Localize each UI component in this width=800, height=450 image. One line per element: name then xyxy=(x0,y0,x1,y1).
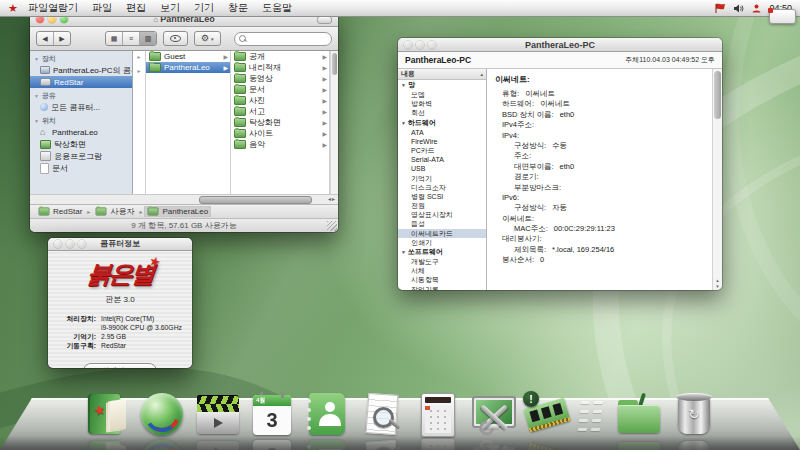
address-book-icon[interactable] xyxy=(304,391,350,437)
file-row[interactable]: Guest▶ xyxy=(146,51,230,62)
back-button[interactable]: ◀ xyxy=(37,32,54,45)
file-row[interactable]: 서고▶ xyxy=(231,106,329,117)
user-icon[interactable] xyxy=(752,4,761,13)
tree-item[interactable]: 전원 xyxy=(398,201,486,210)
tree-item[interactable]: 개발도구 xyxy=(398,257,486,266)
zoom-button[interactable] xyxy=(428,41,436,49)
scrollbar-thumb[interactable] xyxy=(714,71,721,119)
file-row[interactable]: 사이트▶ xyxy=(231,128,329,139)
menu-item[interactable]: 파일 xyxy=(92,0,112,16)
about-titlebar[interactable]: 콤퓨터정보 xyxy=(48,238,192,251)
tree-item[interactable]: 방화벽 xyxy=(398,99,486,108)
tree-section-header[interactable]: ▼망 xyxy=(398,80,486,90)
menu-item[interactable]: 도움말 xyxy=(262,0,292,16)
close-button[interactable] xyxy=(54,240,62,248)
media-player-icon[interactable] xyxy=(194,391,240,437)
search-input[interactable] xyxy=(234,32,332,46)
downloads-folder-icon[interactable] xyxy=(616,391,662,437)
menu-item[interactable]: 편집 xyxy=(126,0,146,16)
input-method-palette[interactable] xyxy=(769,9,796,24)
toolbar-toggle-capsule[interactable] xyxy=(317,16,332,24)
tree-item[interactable]: PC카드 xyxy=(398,146,486,155)
system-profiler-window[interactable]: PantheraLeo-PC PantheraLeo-PC 주체110.04.0… xyxy=(398,38,722,290)
tree-item[interactable]: 영상표시장치 xyxy=(398,210,486,219)
tree-item[interactable]: ATA xyxy=(398,128,486,137)
sidebar-item[interactable]: RedStar xyxy=(30,76,132,88)
volume-icon[interactable] xyxy=(734,4,744,13)
tree-item[interactable]: 음성 xyxy=(398,219,486,228)
horizontal-scrollbar[interactable]: ◂▸ xyxy=(30,194,338,204)
tree-item[interactable]: 이써네트카드 xyxy=(398,229,486,238)
tree-item[interactable]: 기억기 xyxy=(398,174,486,183)
sidebar-section-header[interactable]: ▼공유 xyxy=(30,91,132,101)
tree-item[interactable]: USB xyxy=(398,164,486,173)
resize-grip[interactable] xyxy=(327,221,337,231)
tree-column-header[interactable]: 내용▴ xyxy=(398,69,486,80)
menu-item[interactable]: 보기 xyxy=(160,0,180,16)
scroll-arrows[interactable]: ▴▾ xyxy=(713,277,722,289)
calendar-icon[interactable]: 4월3 xyxy=(249,391,295,437)
icon-view-button[interactable]: ▦ xyxy=(106,32,123,45)
minimize-button[interactable] xyxy=(416,41,424,49)
tree-item[interactable]: FireWire xyxy=(398,137,486,146)
tree-section-header[interactable]: ▼쏘프트웨어 xyxy=(398,247,486,257)
file-row[interactable]: 음악▶ xyxy=(231,139,329,150)
red-star-menu-icon[interactable]: ★ xyxy=(8,0,18,16)
trash-icon[interactable]: ↻ xyxy=(671,391,717,437)
forward-button[interactable]: ▶ xyxy=(54,32,70,45)
profiler-titlebar[interactable]: PantheraLeo-PC xyxy=(398,38,722,52)
tree-item[interactable]: 모뎀 xyxy=(398,90,486,99)
sidebar-section-header[interactable]: ▼위치 xyxy=(30,116,132,126)
file-manager-window[interactable]: ⌂PantheraLeo ◀ ▶ ▦ ≡ ▥ ⚙▾ ▼장치 xyxy=(30,12,338,232)
sidebar-item[interactable]: PantheraLeo-PC의 콤퓨터 xyxy=(30,64,132,76)
menu-item[interactable]: 파일열람기 xyxy=(28,0,78,16)
web-browser-icon[interactable] xyxy=(139,391,185,437)
about-window[interactable]: 콤퓨터정보 붉은별★ 판본 3.0 처리장치:Intel(R) Core(TM)… xyxy=(48,238,192,368)
document-viewer-icon[interactable] xyxy=(359,391,405,437)
menu-item[interactable]: 창문 xyxy=(228,0,248,16)
clipped-column[interactable]: ▸▸ xyxy=(133,51,146,194)
sidebar-section-header[interactable]: ▼장치 xyxy=(30,54,132,64)
sidebar-item[interactable]: 문서 xyxy=(30,162,132,174)
flag-icon[interactable] xyxy=(715,3,726,13)
tree-item[interactable]: 인쇄기 xyxy=(398,238,486,247)
file-row[interactable]: 문서▶ xyxy=(231,84,329,95)
file-manager-icon[interactable]: ★ xyxy=(84,391,130,437)
sidebar-item[interactable]: 탁상화면 xyxy=(30,138,132,150)
vertical-scrollbar[interactable]: ▴▾ xyxy=(712,69,722,290)
more-info-button[interactable]: 상세정보... xyxy=(83,363,157,368)
tree-item[interactable]: 병렬 SCSI xyxy=(398,192,486,201)
file-row[interactable]: 동영상▶ xyxy=(231,73,329,84)
sidebar-item[interactable]: 모든 콤퓨터... xyxy=(30,101,132,113)
calculator-icon[interactable] xyxy=(414,391,460,437)
list-view-button[interactable]: ≡ xyxy=(123,32,140,45)
file-row[interactable]: 사진▶ xyxy=(231,95,329,106)
minimize-button[interactable] xyxy=(66,240,74,248)
tree-item[interactable]: 서체 xyxy=(398,266,486,275)
file-row[interactable]: 탁상화면▶ xyxy=(231,117,329,128)
tree-item[interactable]: 디스크소자 xyxy=(398,183,486,192)
memory-monitor-icon[interactable]: ! xyxy=(524,391,570,437)
vertical-scrollbar[interactable] xyxy=(330,51,338,194)
action-menu-button[interactable]: ⚙▾ xyxy=(194,31,221,46)
file-row[interactable]: PantheraLeo▶ xyxy=(146,62,230,73)
scrollbar-thumb[interactable] xyxy=(199,196,312,204)
menu-item[interactable]: 기기 xyxy=(194,0,214,16)
tree-item[interactable]: 시동항목 xyxy=(398,275,486,284)
tree-item[interactable]: 회선 xyxy=(398,108,486,117)
column-view-button[interactable]: ▥ xyxy=(140,32,156,45)
tree-item[interactable]: 작업기록 xyxy=(398,285,486,290)
file-row[interactable]: 공개▶ xyxy=(231,51,329,62)
path-segment[interactable]: PantheraLeo xyxy=(144,206,211,217)
tree-item[interactable]: Serial-ATA xyxy=(398,155,486,164)
scrollbar-thumb[interactable] xyxy=(332,53,337,75)
tree-section-header[interactable]: ▼하드웨어 xyxy=(398,118,486,128)
scroll-arrows[interactable]: ◂▸ xyxy=(328,195,336,202)
zoom-button[interactable] xyxy=(78,240,86,248)
path-segment[interactable]: 사용자 xyxy=(92,206,137,217)
sidebar-item[interactable]: PantheraLeo xyxy=(30,126,132,138)
file-row[interactable]: 내리적재▶ xyxy=(231,62,329,73)
system-tools-icon[interactable] xyxy=(469,391,515,437)
close-button[interactable] xyxy=(404,41,412,49)
path-segment[interactable]: RedStar xyxy=(35,206,85,217)
